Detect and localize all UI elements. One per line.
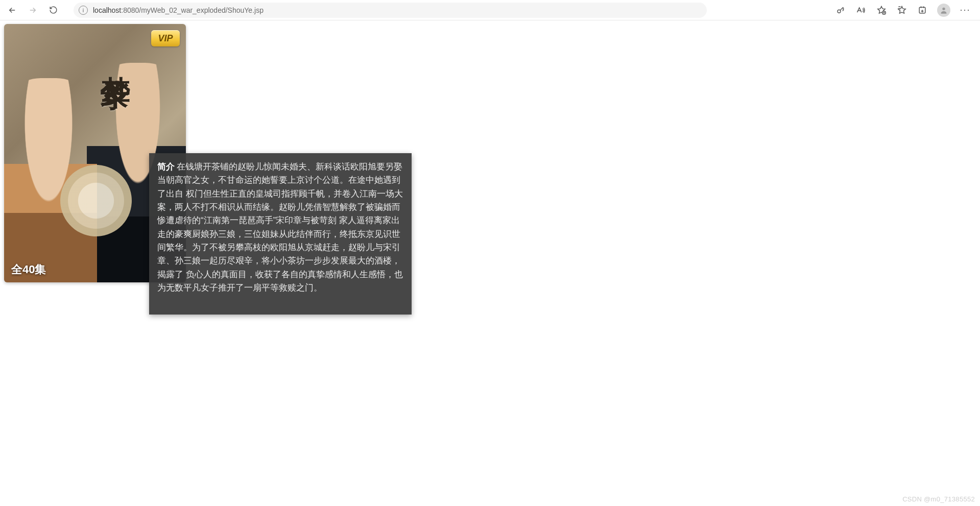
favorites-list-icon[interactable] bbox=[896, 5, 907, 16]
url-text: localhost:8080/myWeb_02_war_exploded/Sho… bbox=[93, 6, 264, 14]
poster-title: 梦华录 bbox=[95, 53, 135, 62]
vip-badge: VIP bbox=[151, 30, 180, 46]
collections-icon[interactable] bbox=[917, 5, 928, 16]
refresh-icon bbox=[49, 6, 58, 14]
watermark-text: CSDN @m0_71385552 bbox=[902, 495, 975, 503]
svg-point-0 bbox=[838, 10, 841, 13]
url-path: :8080/myWeb_02_war_exploded/ShouYe.jsp bbox=[121, 6, 264, 14]
key-icon[interactable] bbox=[835, 5, 846, 16]
profile-avatar[interactable] bbox=[937, 4, 950, 17]
synopsis-tooltip: 简介在钱塘开茶铺的赵盼儿惊闻未婚夫、新科谈话欧阳旭要另娶当朝高官之女，不甘命运的… bbox=[149, 153, 412, 315]
favorites-star-icon[interactable] bbox=[876, 5, 887, 16]
synopsis-label: 简介 bbox=[157, 162, 175, 172]
synopsis-text: 在钱塘开茶铺的赵盼儿惊闻未婚夫、新科谈话欧阳旭要另娶当朝高官之女，不甘命运的她誓… bbox=[157, 162, 403, 293]
arrow-right-icon bbox=[28, 6, 37, 15]
read-aloud-icon[interactable] bbox=[855, 5, 867, 16]
url-host: localhost bbox=[93, 6, 121, 14]
person-icon bbox=[940, 6, 948, 14]
toolbar-right: ··· bbox=[835, 4, 976, 17]
episode-count: 全40集 bbox=[11, 262, 46, 277]
svg-point-3 bbox=[942, 7, 945, 10]
back-button[interactable] bbox=[4, 2, 20, 18]
page-content: 梦华录 VIP 全40集 简介在钱塘开茶铺的赵盼儿惊闻未婚夫、新科谈话欧阳旭要另… bbox=[0, 20, 980, 282]
browser-toolbar: i localhost:8080/myWeb_02_war_exploded/S… bbox=[0, 0, 980, 20]
refresh-button[interactable] bbox=[45, 2, 61, 18]
site-info-icon[interactable]: i bbox=[79, 6, 88, 15]
forward-button[interactable] bbox=[25, 2, 41, 18]
more-menu-button[interactable]: ··· bbox=[960, 5, 971, 16]
address-bar[interactable]: i localhost:8080/myWeb_02_war_exploded/S… bbox=[74, 3, 707, 18]
arrow-left-icon bbox=[8, 6, 17, 15]
